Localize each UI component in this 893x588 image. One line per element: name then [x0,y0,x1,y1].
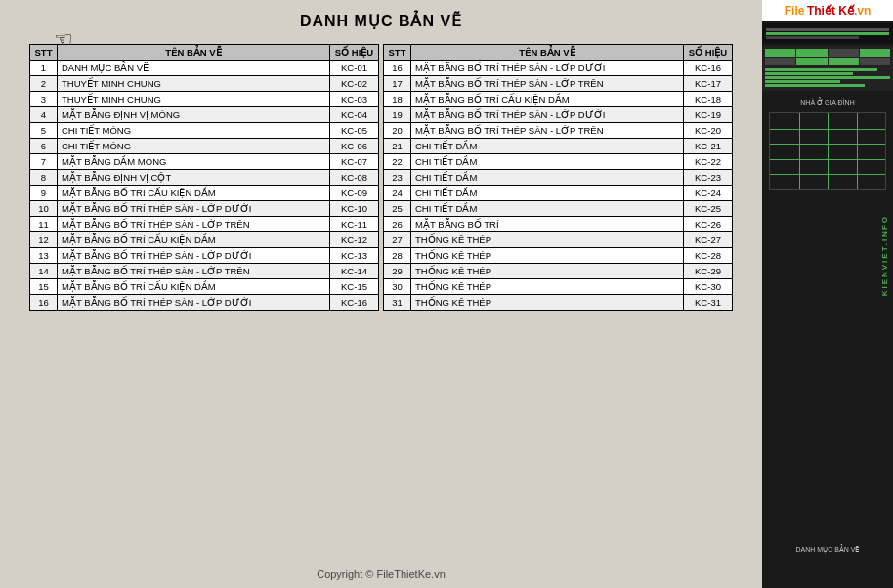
cell-ten: CHI TIẾT DẦM [411,201,684,217]
cell-stt: 9 [30,186,58,201]
cell-sohieu: KC-03 [330,92,379,107]
table-row: 7 MẶT BẰNG DẦM MÓNG KC-07 [30,154,379,170]
cell-stt: 16 [30,295,58,311]
cell-stt: 23 [384,170,411,186]
table-row: 9 MẶT BẰNG BỐ TRÍ CẤU KIỆN DẦM KC-09 [30,186,379,201]
left-header-ten: TÊN BẢN VẼ [58,45,330,61]
copyright: Copyright © FileThietKe.vn [0,568,762,580]
cell-sohieu: KC-28 [684,248,733,264]
cell-stt: 18 [384,92,411,107]
cell-stt: 24 [384,186,411,201]
table-row: 26 MẶT BẰNG BỐ TRÍ KC-26 [384,217,733,232]
thumb-drawing [769,112,886,190]
table-row: 20 MẶT BẰNG BỐ TRÍ THÉP SÀN - LỚP TRÊN K… [384,123,733,139]
table-row: 13 MẶT BẰNG BỐ TRÍ THÉP SÀN - LỚP DƯỚI K… [30,248,379,264]
sidebar-block [762,46,893,91]
cell-ten: MẶT BẰNG BỐ TRÍ CẤU KIỆN DẦM [58,279,330,295]
sidebar: File Thiết Kế.vn NHÀ Ở GIA ĐÌNH [762,0,893,588]
cell-sohieu: KC-10 [330,201,379,217]
right-header-sohieu: SỐ HIỆU [684,45,733,61]
cell-ten: MẶT BẰNG BỐ TRÍ THÉP SÀN - LỚP DƯỚI [411,107,684,123]
cell-ten: THỐNG KÊ THÉP [411,264,684,279]
cell-ten: THUYẾT MINH CHUNG [58,76,330,92]
cell-stt: 27 [384,232,411,248]
cell-sohieu: KC-16 [684,61,733,76]
left-table: STT TÊN BẢN VẼ SỐ HIỆU 1 DANH MỤC BẢN VẼ… [29,44,379,311]
cell-sohieu: KC-05 [330,123,379,139]
logo: File Thiết Kế.vn [785,4,872,18]
table-row: 17 MẶT BẰNG BỐ TRÍ THÉP SÀN - LỚP TRÊN K… [384,76,733,92]
right-table: STT TÊN BẢN VẼ SỐ HIỆU 16 MẶT BẰNG BỐ TR… [383,44,733,311]
cell-sohieu: KC-18 [684,92,733,107]
table-row: 21 CHI TIẾT DẦM KC-21 [384,139,733,154]
cell-ten: MẶT BẰNG BỐ TRÍ CẤU KIỆN DẦM [411,92,684,107]
cell-stt: 7 [30,154,58,170]
cell-sohieu: KC-20 [684,123,733,139]
cell-ten: MẶT BẰNG BỐ TRÍ THÉP SÀN - LỚP DƯỚI [58,295,330,311]
cell-ten: CHI TIẾT DẦM [411,154,684,170]
left-header-sohieu: SỐ HIỆU [330,45,379,61]
cell-stt: 6 [30,139,58,154]
cell-stt: 14 [30,264,58,279]
sidebar-drawing [762,23,893,44]
cell-stt: 28 [384,248,411,264]
cell-sohieu: KC-16 [330,295,379,311]
table-row: 3 THUYẾT MINH CHUNG KC-03 [30,92,379,107]
table-row: 28 THỐNG KÊ THÉP KC-28 [384,248,733,264]
table-row: 11 MẶT BẰNG BỐ TRÍ THÉP SÀN - LỚP TRÊN K… [30,217,379,232]
table-row: 6 CHI TIẾT MÓNG KC-06 [30,139,379,154]
cell-stt: 2 [30,76,58,92]
cell-sohieu: KC-11 [330,217,379,232]
cell-ten: MẶT BẰNG BỐ TRÍ THÉP SÀN - LỚP DƯỚI [58,201,330,217]
cell-stt: 4 [30,107,58,123]
cell-stt: 25 [384,201,411,217]
table-row: 30 THỐNG KÊ THÉP KC-30 [384,279,733,295]
table-row: 8 MẶT BẰNG ĐỊNH VỊ CỘT KC-08 [30,170,379,186]
cell-ten: CHI TIẾT MÓNG [58,139,330,154]
cell-sohieu: KC-14 [330,264,379,279]
cell-ten: MẶT BẰNG BỐ TRÍ CẤU KIỆN DẦM [58,232,330,248]
table-row: 16 MẶT BẰNG BỐ TRÍ THÉP SÀN - LỚP DƯỚI K… [30,295,379,311]
table-row: 27 THỐNG KÊ THÉP KC-27 [384,232,733,248]
cell-ten: MẶT BẰNG BỐ TRÍ THÉP SÀN - LỚP TRÊN [58,217,330,232]
kv-label: KIENVIET.INFO [880,215,889,296]
cell-sohieu: KC-06 [330,139,379,154]
cell-ten: CHI TIẾT DẦM [411,170,684,186]
cell-stt: 31 [384,295,411,311]
cell-stt: 12 [30,232,58,248]
table-row: 16 MẶT BẰNG BỐ TRÍ THÉP SÀN - LỚP DƯỚI K… [384,61,733,76]
cell-sohieu: KC-27 [684,232,733,248]
logo-area: File Thiết Kế.vn [762,0,893,21]
cell-ten: MẶT BẰNG BỐ TRÍ THÉP SÀN - LỚP TRÊN [411,123,684,139]
cell-ten: THỐNG KÊ THÉP [411,232,684,248]
table-row: 5 CHI TIẾT MÓNG KC-05 [30,123,379,139]
cell-stt: 21 [384,139,411,154]
cell-sohieu: KC-29 [684,264,733,279]
table-row: 14 MẶT BẰNG BỐ TRÍ THÉP SÀN - LỚP TRÊN K… [30,264,379,279]
table-row: 10 MẶT BẰNG BỐ TRÍ THÉP SÀN - LỚP DƯỚI K… [30,201,379,217]
danh-muc-label: DANH MỤC BẢN VẼ [762,546,893,554]
main-area: DANH MỤC BẢN VẼ ☜ STT TÊN BẢN VẼ SỐ HIỆU… [0,0,762,588]
table-row: 15 MẶT BẰNG BỐ TRÍ CẤU KIỆN DẦM KC-15 [30,279,379,295]
cell-stt: 22 [384,154,411,170]
cell-ten: MẶT BẰNG BỐ TRÍ THÉP SÀN - LỚP TRÊN [411,76,684,92]
cell-ten: CHI TIẾT MÓNG [58,123,330,139]
page-title: DANH MỤC BẢN VẼ [0,0,762,36]
cell-sohieu: KC-17 [684,76,733,92]
cell-sohieu: KC-02 [330,76,379,92]
cell-ten: MẶT BẰNG DẦM MÓNG [58,154,330,170]
cell-stt: 11 [30,217,58,232]
cell-sohieu: KC-30 [684,279,733,295]
cell-sohieu: KC-04 [330,107,379,123]
cursor-icon: ☜ [54,27,73,53]
cell-ten: MẶT BẰNG BỐ TRÍ CẤU KIỆN DẦM [58,186,330,201]
cell-sohieu: KC-23 [684,170,733,186]
cell-sohieu: KC-19 [684,107,733,123]
cell-ten: THUYẾT MINH CHUNG [58,92,330,107]
cell-sohieu: KC-21 [684,139,733,154]
cell-stt: 13 [30,248,58,264]
cell-sohieu: KC-24 [684,186,733,201]
cell-ten: DANH MỤC BẢN VẼ [58,61,330,76]
cell-stt: 19 [384,107,411,123]
nha-label: NHÀ Ở GIA ĐÌNH [798,97,856,108]
